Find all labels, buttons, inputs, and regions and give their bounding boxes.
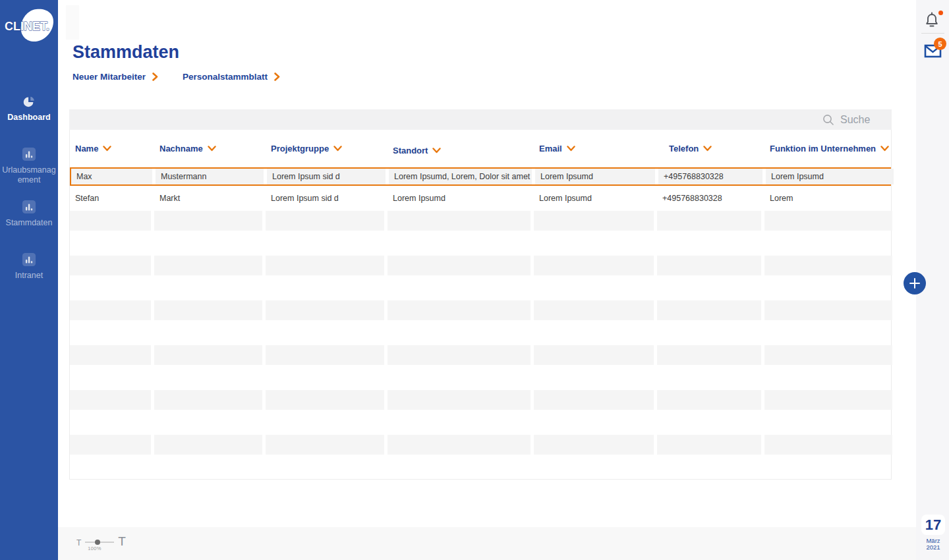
- text-size-slider[interactable]: 100%: [85, 542, 114, 543]
- page-title: Stammdaten: [72, 42, 179, 63]
- empty-cell: [266, 435, 384, 455]
- add-button[interactable]: [904, 272, 926, 294]
- neuer-mitarbeiter-link[interactable]: Neuer Mitarbeiter: [72, 72, 158, 82]
- sidebar-item-label: Dashboard: [0, 113, 58, 123]
- slider-handle[interactable]: [95, 540, 100, 545]
- empty-table-row: [70, 211, 891, 231]
- chevron-down-icon: [567, 146, 575, 152]
- cell-nachname: Markt: [154, 186, 262, 211]
- svg-text:CLINET.: CLINET.: [5, 20, 49, 33]
- empty-cell: [657, 345, 761, 365]
- search-input[interactable]: [840, 114, 882, 126]
- empty-cell: [154, 300, 262, 320]
- chevron-down-icon: [703, 146, 712, 152]
- empty-cell: [388, 211, 531, 231]
- search-icon: [822, 114, 834, 126]
- cell-projektgruppe: Lorem Ipsum sid d: [267, 169, 386, 184]
- sidebar-item-dashboard[interactable]: Dashboard: [0, 94, 58, 123]
- sidebar-item-intranet[interactable]: Intranet: [0, 252, 58, 281]
- bell-icon: [924, 12, 940, 29]
- empty-cell: [388, 390, 531, 410]
- employee-table: Name Nachname Projektgruppe Standort Ema…: [69, 130, 892, 480]
- empty-cell: [388, 300, 531, 320]
- search-bar[interactable]: [69, 109, 892, 130]
- empty-cell: [266, 300, 384, 320]
- empty-cell: [70, 345, 151, 365]
- empty-cell: [388, 345, 531, 365]
- empty-rows: [70, 211, 891, 455]
- empty-cell: [764, 390, 892, 410]
- text-size-large-label[interactable]: T: [118, 535, 126, 547]
- text-size-control: T 100% T: [76, 535, 126, 547]
- text-size-small-label[interactable]: T: [76, 538, 81, 547]
- table-header-row: Name Nachname Projektgruppe Standort Ema…: [70, 130, 891, 167]
- sidebar-item-stammdaten[interactable]: Stammdaten: [0, 200, 58, 228]
- table-row-selected[interactable]: Max Mustermann Lorem Ipsum sid d Lorem I…: [70, 167, 891, 186]
- cell-standort: Lorem Ipsumd: [388, 186, 531, 211]
- sidebar-item-urlaubsmanagement[interactable]: Urlaubsmanagement: [0, 147, 58, 185]
- empty-cell: [764, 345, 892, 365]
- column-header-telefon[interactable]: Telefon: [657, 144, 761, 154]
- cell-funktion: Lorem: [764, 186, 892, 211]
- empty-cell: [70, 435, 151, 455]
- chevron-down-icon: [103, 146, 111, 152]
- bottom-bar: T 100% T: [58, 527, 916, 560]
- divider: [921, 33, 944, 34]
- cell-email: Lorem Ipsumd: [535, 169, 655, 184]
- cell-projektgruppe: Lorem Ipsum sid d: [266, 186, 384, 211]
- bar-chart-icon: [22, 252, 36, 267]
- empty-cell: [266, 390, 384, 410]
- empty-cell: [657, 390, 761, 410]
- empty-cell: [70, 256, 151, 275]
- main-content: Stammdaten Neuer Mitarbeiter Personalsta…: [58, 0, 916, 560]
- empty-cell: [266, 256, 384, 275]
- column-header-nachname[interactable]: Nachname: [154, 144, 262, 154]
- empty-table-row: [70, 345, 891, 365]
- empty-cell: [534, 256, 654, 275]
- column-header-email[interactable]: Email: [534, 144, 654, 154]
- chevron-down-icon: [432, 148, 441, 154]
- column-header-standort[interactable]: Standort: [388, 142, 531, 155]
- empty-cell: [154, 211, 262, 231]
- column-header-funktion[interactable]: Funktion im Unternehmen: [764, 144, 892, 154]
- empty-cell: [534, 211, 654, 231]
- decorative-rect: [66, 5, 79, 40]
- empty-cell: [70, 300, 151, 320]
- column-header-projektgruppe[interactable]: Projektgruppe: [266, 144, 384, 154]
- empty-cell: [154, 345, 262, 365]
- date-day: 17: [921, 515, 945, 535]
- empty-cell: [388, 256, 531, 275]
- cell-name: Stefan: [70, 186, 151, 211]
- date-year: 2021: [921, 544, 945, 551]
- empty-cell: [534, 300, 654, 320]
- empty-cell: [154, 390, 262, 410]
- zoom-value: 100%: [88, 546, 101, 551]
- alert-dot: [938, 11, 943, 15]
- cell-telefon: +495768830328: [658, 169, 762, 184]
- link-label: Personalstammblatt: [183, 72, 268, 82]
- cell-nachname: Mustermann: [156, 169, 264, 184]
- plus-icon: [909, 277, 921, 289]
- empty-cell: [534, 435, 654, 455]
- empty-cell: [657, 211, 761, 231]
- sidebar-item-label: Urlaubsmanagement: [0, 165, 58, 185]
- table-row[interactable]: Stefan Markt Lorem Ipsum sid d Lorem Ips…: [70, 186, 891, 211]
- empty-cell: [70, 211, 151, 231]
- chevron-down-icon: [208, 146, 216, 152]
- personalstammblatt-link[interactable]: Personalstammblatt: [183, 72, 280, 82]
- cell-standort: Lorem Ipsumd, Lorem, Dolor sit amet: [389, 169, 532, 184]
- cell-funktion: Lorem Ipsumd: [766, 169, 894, 184]
- empty-cell: [154, 256, 262, 275]
- chevron-right-icon: [152, 72, 158, 81]
- empty-table-row: [70, 256, 891, 275]
- chevron-right-icon: [274, 72, 280, 81]
- sidebar-item-label: Stammdaten: [0, 218, 58, 228]
- notifications-button[interactable]: [924, 12, 942, 30]
- link-label: Neuer Mitarbeiter: [72, 72, 146, 82]
- empty-table-row: [70, 300, 891, 320]
- cell-name: Max: [71, 169, 152, 184]
- empty-cell: [266, 345, 384, 365]
- cell-telefon: +495768830328: [657, 186, 761, 211]
- empty-cell: [534, 390, 654, 410]
- column-header-name[interactable]: Name: [70, 144, 151, 154]
